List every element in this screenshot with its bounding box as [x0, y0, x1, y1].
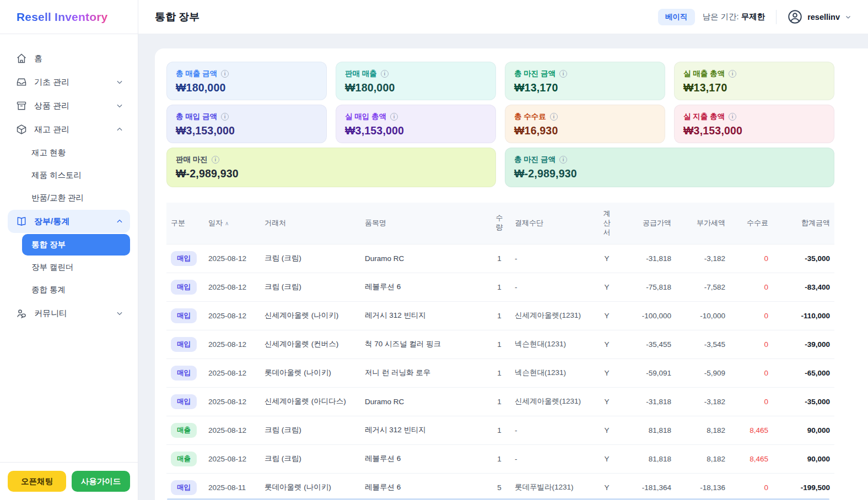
- sidebar-item-community[interactable]: 커뮤니티: [8, 302, 130, 325]
- info-icon[interactable]: i: [390, 113, 398, 121]
- stat-card-value: ₩-2,989,930: [176, 167, 487, 180]
- logo-area: Resell Inventory: [0, 0, 138, 34]
- cell-item: 레볼루션 6: [360, 444, 488, 473]
- column-header: 공급가액: [619, 203, 676, 244]
- sidebar-subitem-total-stats[interactable]: 종합 통계: [22, 279, 130, 301]
- main-area: 총 매출 금액i₩180,000판매 매출i₩180,000총 마진 금액i₩1…: [138, 34, 868, 500]
- table-header-row: 구분일자∧거래처품목명수량결제수단계산서공급가액부가세액수수료합계금액: [166, 203, 834, 244]
- sidebar-footer: 오픈채팅사용가이드: [0, 462, 138, 500]
- table-row[interactable]: 매입2025-08-12크림 (크림)Duramo RC1-Y-31,818-3…: [166, 244, 834, 273]
- column-header: 수수료: [730, 203, 773, 244]
- user-guide-button[interactable]: 사용가이드: [72, 471, 130, 492]
- stat-card: 실 지출 총액i₩3,153,000: [674, 105, 834, 143]
- stat-card: 실 매입 총액i₩3,153,000: [336, 105, 496, 143]
- table-row[interactable]: 매입2025-08-11롯데아울렛 (나이키)레볼루션 65롯데푸빌라(1231…: [166, 473, 834, 500]
- cell-payment: 신세계아울렛(1231): [510, 301, 594, 330]
- sidebar-item-ledger-stats[interactable]: 장부/통계: [8, 210, 130, 233]
- cell-vendor: 신세계아울렛 (컨버스): [260, 330, 360, 358]
- user-menu[interactable]: resellinv: [788, 9, 851, 24]
- type-badge: 매입: [171, 337, 197, 352]
- cell-qty: 1: [488, 387, 510, 416]
- sidebar-item-label: 상품 관리: [34, 101, 109, 111]
- type-badge: 매입: [171, 280, 197, 295]
- sidebar-item-label: 장부/통계: [34, 216, 109, 227]
- cell-supply: -31,818: [619, 387, 676, 416]
- cell-invoice: Y: [594, 330, 619, 358]
- info-icon[interactable]: i: [550, 113, 558, 121]
- cell-vat: -7,582: [676, 273, 730, 301]
- column-header: 결제수단: [510, 203, 594, 244]
- stat-card-label: 판매 마진i: [176, 155, 487, 165]
- app-logo: Resell Inventory: [17, 10, 107, 24]
- open-chat-button[interactable]: 오픈채팅: [8, 471, 66, 492]
- cell-vat: -3,182: [676, 387, 730, 416]
- info-icon[interactable]: i: [559, 70, 567, 78]
- info-icon[interactable]: i: [729, 70, 736, 78]
- sidebar-item-label: 기초 관리: [34, 77, 109, 88]
- column-header: 거래처: [260, 203, 360, 244]
- cell-supply: -75,818: [619, 273, 676, 301]
- cell-fee: 0: [730, 358, 773, 387]
- content-panel: 총 매출 금액i₩180,000판매 매출i₩180,000총 마진 금액i₩1…: [155, 48, 868, 500]
- sidebar-item-inventory-management[interactable]: 재고 관리: [8, 118, 130, 141]
- stat-card-value: ₩13,170: [683, 81, 825, 94]
- cell-vat: 8,182: [676, 416, 730, 444]
- stat-card-value: ₩16,930: [514, 124, 656, 137]
- cell-total: -35,000: [773, 244, 834, 273]
- info-icon[interactable]: i: [559, 156, 567, 164]
- cell-qty: 1: [488, 444, 510, 473]
- cell-total: -83,400: [773, 273, 834, 301]
- sidebar-item-product-management[interactable]: 상품 관리: [8, 94, 130, 117]
- cell-qty: 1: [488, 416, 510, 444]
- table-row[interactable]: 매출2025-08-12크림 (크림)레볼루션 61-Y81,8188,1828…: [166, 444, 834, 473]
- column-header: 품목명: [360, 203, 488, 244]
- cell-invoice: Y: [594, 387, 619, 416]
- type-badge: 매입: [171, 480, 197, 495]
- table-row[interactable]: 매출2025-08-12크림 (크림)레거시 312 빈티지1-Y81,8188…: [166, 416, 834, 444]
- stat-card-value: ₩180,000: [345, 81, 487, 94]
- cell-total: 90,000: [773, 444, 834, 473]
- column-header: 구분: [166, 203, 204, 244]
- table-row[interactable]: 매입2025-08-12롯데아울렛 (나이키)저니 런 러닝화 로우1넥슨현대(…: [166, 358, 834, 387]
- cell-date: 2025-08-12: [204, 416, 260, 444]
- info-icon[interactable]: i: [212, 156, 219, 164]
- cell-type: 매입: [166, 387, 204, 416]
- info-icon[interactable]: i: [221, 70, 229, 78]
- sidebar-subitem-stock-status[interactable]: 재고 현황: [22, 142, 130, 164]
- table-row[interactable]: 매입2025-08-12신세계아울렛 (컨버스)척 70 시즈널 컬러 핑크1넥…: [166, 330, 834, 358]
- sidebar-subitem-integrated-ledger[interactable]: 통합 장부: [22, 234, 130, 256]
- cell-invoice: Y: [594, 244, 619, 273]
- cell-payment: -: [510, 444, 594, 473]
- cell-fee: 8,465: [730, 416, 773, 444]
- stat-card: 총 수수료i₩16,930: [505, 105, 665, 143]
- table-row[interactable]: 매입2025-08-12크림 (크림)레볼루션 61-Y-75,818-7,58…: [166, 273, 834, 301]
- top-bar: Resell Inventory 통합 장부 베이직 남은 기간: 무제한 re…: [0, 0, 868, 34]
- cell-item: 척 70 시즈널 컬러 핑크: [360, 330, 488, 358]
- info-icon[interactable]: i: [381, 70, 389, 78]
- stat-card-label: 총 마진 금액i: [514, 155, 825, 165]
- cell-item: 레거시 312 빈티지: [360, 301, 488, 330]
- info-icon[interactable]: i: [221, 113, 229, 121]
- cell-fee: 0: [730, 301, 773, 330]
- cell-item: 저니 런 러닝화 로우: [360, 358, 488, 387]
- type-badge: 매입: [171, 308, 197, 323]
- sidebar-subitem-return-exchange[interactable]: 반품/교환 관리: [22, 187, 130, 209]
- chat-icon: [16, 308, 27, 319]
- sidebar-item-basic-management[interactable]: 기초 관리: [8, 70, 130, 94]
- cell-item: 레볼루션 6: [360, 273, 488, 301]
- cell-qty: 1: [488, 273, 510, 301]
- remaining-period-value: 무제한: [741, 12, 765, 21]
- column-header[interactable]: 일자∧: [204, 203, 260, 244]
- sidebar-item-home[interactable]: 홈: [8, 47, 130, 70]
- table-row[interactable]: 매입2025-08-12신세계아울렛 (나이키)레거시 312 빈티지1신세계아…: [166, 301, 834, 330]
- sidebar-subitem-product-history[interactable]: 제품 히스토리: [22, 165, 130, 186]
- cell-invoice: Y: [594, 358, 619, 387]
- info-icon[interactable]: i: [729, 113, 736, 121]
- cell-invoice: Y: [594, 273, 619, 301]
- cell-payment: -: [510, 416, 594, 444]
- header-right: 베이직 남은 기간: 무제한 resellinv: [658, 9, 851, 25]
- stat-card-value: ₩3,153,000: [176, 124, 317, 137]
- sidebar-subitem-ledger-calendar[interactable]: 장부 캘린더: [22, 257, 130, 278]
- table-row[interactable]: 매입2025-08-12신세계아울렛 (아디다스)Duramo RC1신세계아울…: [166, 387, 834, 416]
- plan-badge: 베이직: [658, 9, 695, 25]
